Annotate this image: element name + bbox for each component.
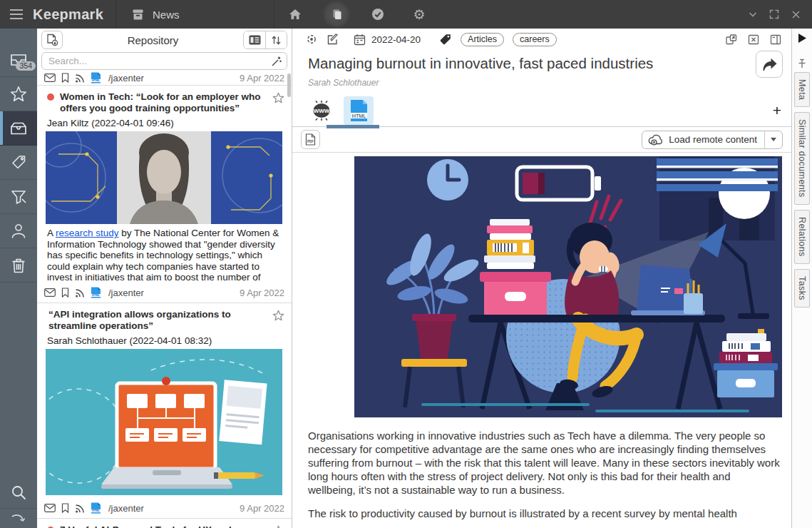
list-item-footer: HTML /jaxenter 9 Apr 2022 <box>43 281 286 298</box>
pin-panel-button[interactable] <box>797 59 807 68</box>
tab-tasks[interactable]: Tasks <box>794 269 810 308</box>
item-title: “API integration allows organizations to… <box>48 309 267 331</box>
svg-text:WWW: WWW <box>314 108 330 114</box>
edit-document-icon[interactable] <box>327 33 339 46</box>
list-item[interactable]: Women in Tech: “Look for an employer who… <box>37 86 292 303</box>
tab-html-view[interactable]: HTML <box>344 96 374 125</box>
pdf-export-button[interactable]: PDF <box>301 130 320 149</box>
rail-inbox-button[interactable]: 354 <box>0 43 37 77</box>
research-study-link[interactable]: research study <box>56 228 119 238</box>
star-icon <box>10 86 27 102</box>
sort-button[interactable] <box>265 31 287 49</box>
app-window: Keepmark News ⚙ <box>0 0 812 528</box>
view-mode-button[interactable] <box>244 31 265 49</box>
share-button[interactable] <box>756 51 783 78</box>
active-tab-indicator <box>327 125 379 128</box>
app-logo: Keepmark <box>33 6 103 23</box>
tag-badge-articles[interactable]: Articles <box>461 33 504 46</box>
window-maximize-button[interactable] <box>764 0 785 29</box>
svg-text:PDF: PDF <box>307 140 314 143</box>
item-thumbnail-women-in-tech <box>46 131 283 224</box>
tab-www-source[interactable]: WWW <box>307 96 336 125</box>
close-window-icon[interactable] <box>748 34 759 45</box>
list-item[interactable]: “API integration allows organizations to… <box>37 303 292 519</box>
topbar: Keepmark News ⚙ <box>0 0 812 29</box>
share-arrow-icon <box>761 56 778 72</box>
document-date: 2022-04-20 <box>371 34 421 45</box>
rail-search-button[interactable] <box>0 477 37 508</box>
document-title: Managing burnout in innovative, fast pac… <box>308 55 791 72</box>
add-view-button[interactable]: + <box>773 103 781 118</box>
documents-button[interactable] <box>316 0 357 29</box>
tasks-check-button[interactable] <box>357 0 399 29</box>
list-view-icon <box>249 35 261 45</box>
load-remote-dropdown[interactable] <box>764 131 782 148</box>
list-item[interactable]: 7 Useful AI-Powered Tools for UX and Gra… <box>37 519 292 528</box>
rail-trash-button[interactable] <box>0 248 37 283</box>
sort-arrows-icon <box>271 35 282 46</box>
svg-text:HTML: HTML <box>92 509 101 512</box>
item-title: Women in Tech: “Look for an employer who… <box>60 91 267 113</box>
import-document-button[interactable] <box>41 31 63 49</box>
curved-arrow-icon <box>11 513 26 526</box>
bookmark-icon <box>61 73 69 83</box>
run-button[interactable] <box>798 34 806 43</box>
rail-redirect-button[interactable] <box>0 508 37 528</box>
window-close-button[interactable] <box>785 0 806 29</box>
cloud-blocked-icon <box>648 134 664 146</box>
trash-icon <box>11 257 26 274</box>
rail-filter-button[interactable] <box>0 180 37 214</box>
window-minimize-button[interactable] <box>742 0 764 29</box>
document-subtoolbar: PDF Load remote content <box>292 127 791 153</box>
repository-list: HTML /jaxenter 9 Apr 2022 Women in Tech:… <box>37 72 292 528</box>
chevron-down-icon <box>771 138 776 141</box>
load-remote-content-button[interactable]: Load remote content <box>642 131 783 149</box>
star-toggle[interactable] <box>272 310 284 321</box>
tab-similar-documents[interactable]: Similar documents <box>794 112 810 205</box>
magic-wand-icon[interactable] <box>271 56 282 67</box>
tab-news[interactable]: News <box>115 0 274 29</box>
article-paragraph: The risk to productivity caused by burno… <box>308 507 780 520</box>
layout-panel-icon[interactable] <box>770 34 781 45</box>
unread-dot <box>47 93 54 101</box>
settings-gear-button[interactable]: ⚙ <box>399 0 440 29</box>
search-input[interactable] <box>41 52 287 70</box>
hamburger-menu-icon[interactable] <box>10 9 23 19</box>
list-item-footer: HTML /jaxenter 9 Apr 2022 <box>43 497 286 514</box>
svg-text:HTML: HTML <box>351 112 366 118</box>
archive-box-icon <box>132 9 144 21</box>
article-hero-illustration <box>354 156 782 417</box>
view-tabs: WWW HTML + <box>292 94 791 127</box>
locate-target-icon[interactable] <box>305 33 318 46</box>
item-source: /jaxenter <box>108 503 144 514</box>
tab-relations[interactable]: Relations <box>794 210 810 264</box>
tab-news-label: News <box>153 9 180 21</box>
article-paragraph: Organisations working in innovative indu… <box>308 429 780 497</box>
calendar-icon[interactable] <box>354 34 366 46</box>
tab-meta[interactable]: Meta <box>794 72 810 107</box>
svg-text:HTML: HTML <box>92 78 101 82</box>
rail-tags-button[interactable] <box>0 146 37 180</box>
item-excerpt: A research study by The National Center … <box>43 225 286 281</box>
bookmark-icon <box>61 288 69 298</box>
panel-title: Repository <box>63 34 243 46</box>
tag-badge-careers[interactable]: careers <box>513 33 557 46</box>
search-icon <box>11 484 27 501</box>
open-in-window-icon[interactable] <box>726 34 737 45</box>
rail-favorites-button[interactable] <box>0 77 37 111</box>
star-toggle[interactable] <box>272 92 284 103</box>
list-scrollbar-thumb[interactable] <box>287 73 291 97</box>
document-author: Sarah Schlothauer <box>308 78 791 88</box>
document-view: 2022-04-20 Articles careers Managing bur… <box>292 29 791 528</box>
tag-icon[interactable] <box>439 34 452 46</box>
item-author: Sarah Schlothauer (2022-04-01 08:32) <box>43 331 286 347</box>
rail-repository-button[interactable] <box>0 111 37 146</box>
home-button[interactable] <box>274 0 316 29</box>
rail-contacts-button[interactable] <box>0 214 37 248</box>
star-toggle[interactable] <box>272 525 284 528</box>
load-remote-label: Load remote content <box>669 134 757 145</box>
item-date: 9 Apr 2022 <box>240 73 284 83</box>
rss-icon <box>75 504 85 513</box>
article-content: Organisations working in innovative indu… <box>292 153 791 528</box>
open-box-icon <box>9 121 28 136</box>
